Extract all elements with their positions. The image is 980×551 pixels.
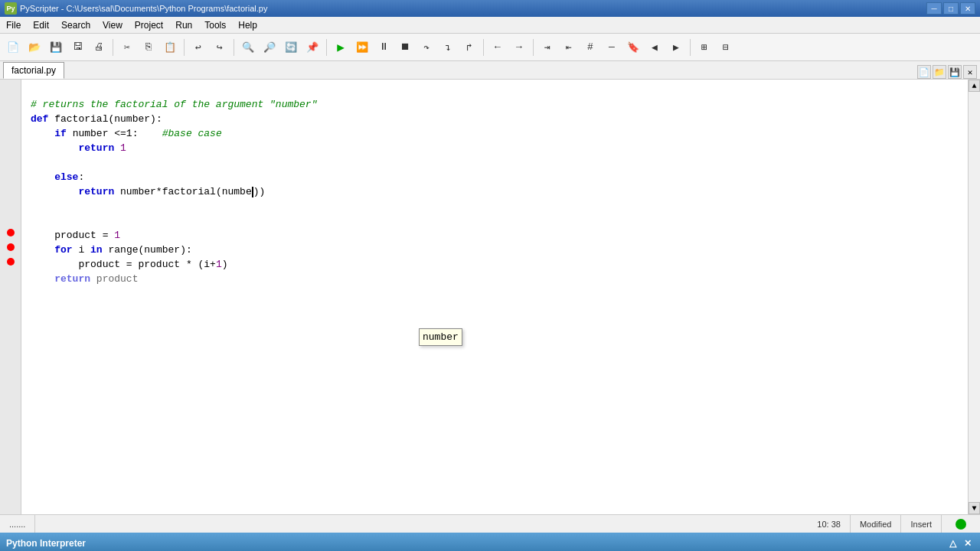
tb-redo[interactable]: ↪ (210, 37, 230, 57)
title-text: PyScripter - C:\Users\sal\Documents\Pyth… (20, 4, 926, 13)
close-button[interactable]: ✕ (960, 2, 975, 15)
gutter-line-2 (0, 94, 21, 109)
tb-print[interactable]: 🖨 (89, 37, 109, 57)
sep3 (234, 39, 234, 56)
tb-indent[interactable]: ⇥ (537, 37, 557, 57)
tb-nextbm[interactable]: ▶ (666, 37, 686, 57)
code-line-14: return product (21, 272, 968, 286)
tb-prevbm[interactable]: ◀ (645, 37, 665, 57)
tb-forward[interactable]: → (509, 37, 529, 57)
tb-new[interactable]: 📄 (3, 37, 23, 57)
tb-sync[interactable]: ⊟ (716, 37, 736, 57)
title-bar: Py PyScripter - C:\Users\sal\Documents\P… (0, 0, 980, 17)
gutter-line-1 (0, 80, 21, 94)
tb-copy[interactable]: ⎘ (139, 37, 158, 57)
sep2 (184, 39, 185, 56)
tab-bar: factorial.py 📄 📁 💾 ✕ (0, 61, 980, 80)
menu-help[interactable]: Help (232, 17, 263, 33)
tb-bookmark[interactable]: 🔖 (623, 37, 643, 57)
tab-new-icon[interactable]: 📄 (917, 65, 931, 79)
sep5 (483, 39, 484, 56)
interp-close[interactable]: ✕ (962, 538, 974, 549)
tab-close-icon[interactable]: ✕ (963, 65, 977, 79)
minimize-button[interactable]: ─ (926, 2, 942, 15)
tb-stepout[interactable]: ↱ (459, 37, 479, 57)
tb-stepover[interactable]: ↷ (416, 37, 436, 57)
line-gutter (0, 80, 21, 514)
tb-unindent[interactable]: ⇤ (559, 37, 579, 57)
interpreter-panel: Python Interpreter △ ✕ >>> >>> >>> ▲ ▼ (0, 533, 980, 551)
menu-run[interactable]: Run (169, 17, 198, 33)
gutter-line-14 (0, 269, 21, 283)
status-led (956, 519, 966, 530)
status-indicator (942, 515, 980, 533)
sep1 (113, 39, 113, 56)
code-line-13: product = product * (i+1) (21, 257, 968, 272)
tb-replace[interactable]: 🔄 (281, 37, 301, 57)
tb-cut[interactable]: ✂ (117, 37, 137, 57)
tb-pause[interactable]: ⏸ (374, 37, 394, 57)
title-controls: ─ □ ✕ (926, 2, 975, 15)
menu-project[interactable]: Project (129, 17, 169, 33)
code-line-3: def factorial(number): (21, 112, 968, 126)
tb-saveas[interactable]: 🖫 (67, 37, 87, 57)
scroll-down[interactable]: ▼ (969, 502, 980, 514)
tb-uncomment[interactable]: — (602, 37, 622, 57)
gutter-bp-12[interactable] (0, 240, 21, 254)
code-editor[interactable]: # returns the factorial of the argument … (21, 80, 968, 514)
gutter-line-3 (0, 109, 21, 123)
gutter-line-9 (0, 196, 21, 210)
tb-find[interactable]: 🔍 (238, 37, 258, 57)
gutter-line-8 (0, 181, 21, 196)
tab-save-icon[interactable]: 💾 (948, 65, 962, 79)
status-dots: ....... (0, 515, 35, 533)
autocomplete-popup[interactable]: number (419, 328, 462, 346)
tb-code[interactable]: ⊞ (694, 37, 714, 57)
gutter-line-6 (0, 152, 21, 167)
code-line-2: # returns the factorial of the argument … (21, 97, 968, 112)
menu-file[interactable]: File (0, 17, 27, 33)
code-line-10 (21, 214, 968, 228)
interpreter-header: Python Interpreter △ ✕ (0, 534, 980, 551)
status-position: 10: 38 (808, 515, 851, 533)
tb-paste[interactable]: 📋 (160, 37, 180, 57)
tb-save[interactable]: 💾 (46, 37, 66, 57)
code-line-7: else: (21, 170, 968, 184)
tb-runto[interactable]: ⏩ (352, 37, 372, 57)
tb-open[interactable]: 📂 (24, 37, 44, 57)
tb-undo[interactable]: ↩ (188, 37, 208, 57)
code-line-1 (21, 83, 968, 97)
scroll-up[interactable]: ▲ (969, 80, 980, 92)
menu-search[interactable]: Search (55, 17, 96, 33)
interpreter-title: Python Interpreter (6, 538, 86, 549)
tab-factorial[interactable]: factorial.py (3, 62, 64, 79)
tb-comment[interactable]: # (580, 37, 600, 57)
gutter-bp-11[interactable] (0, 225, 21, 240)
menu-bar: File Edit Search View Project Run Tools … (0, 17, 980, 34)
code-line-6 (21, 155, 968, 170)
code-line-12: for i in range(number): (21, 243, 968, 257)
tab-folder-icon[interactable]: 📁 (933, 65, 946, 79)
restore-button[interactable]: □ (943, 2, 959, 15)
interp-maximize[interactable]: △ (946, 538, 959, 549)
code-line-9 (21, 199, 968, 214)
tb-stop[interactable]: ⏹ (395, 37, 415, 57)
tab-icons: 📄 📁 💾 ✕ (917, 65, 980, 79)
menu-tools[interactable]: Tools (198, 17, 232, 33)
gutter-bp-13[interactable] (0, 254, 21, 269)
gutter-line-15 (0, 283, 21, 298)
editor-scrollbar[interactable]: ▲ ▼ (968, 80, 980, 514)
status-insert: Insert (901, 515, 942, 533)
app-icon: Py (5, 2, 17, 15)
sep4 (326, 39, 327, 56)
menu-view[interactable]: View (96, 17, 129, 33)
tb-goto[interactable]: 📌 (302, 37, 322, 57)
gutter-line-4 (0, 123, 21, 138)
tb-back[interactable]: ← (488, 37, 508, 57)
tb-stepin[interactable]: ↴ (438, 37, 458, 57)
tb-findnext[interactable]: 🔎 (260, 37, 279, 57)
gutter-line-5 (0, 138, 21, 152)
menu-edit[interactable]: Edit (27, 17, 55, 33)
gutter-line-7 (0, 167, 21, 181)
tb-run[interactable]: ▶ (331, 37, 351, 57)
